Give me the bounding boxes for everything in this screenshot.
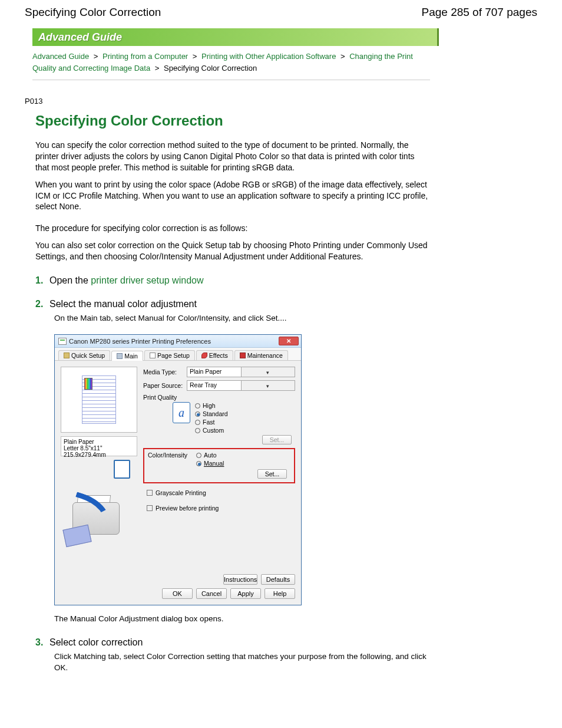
- chevron-down-icon: ▾: [241, 381, 295, 390]
- color-intensity-group: Color/Intensity Auto Manual Set...: [143, 448, 295, 483]
- page-code: P013: [25, 97, 562, 106]
- printing-preferences-dialog: Canon MP280 series Printer Printing Pref…: [54, 334, 302, 605]
- tab-quick-setup[interactable]: Quick Setup: [58, 350, 110, 360]
- page-preview: [61, 367, 137, 433]
- step-1-text: Open the: [49, 275, 91, 285]
- printer-icon: [58, 338, 67, 345]
- color-intensity-label: Color/Intensity: [148, 452, 191, 467]
- step-3-number: 3.: [35, 637, 49, 648]
- defaults-button[interactable]: Defaults: [261, 574, 295, 585]
- close-button[interactable]: ✕: [279, 337, 299, 345]
- quality-high-radio[interactable]: High: [195, 402, 228, 409]
- media-type-value: Plain Paper: [187, 367, 241, 377]
- advanced-guide-banner: Advanced Guide: [32, 28, 439, 46]
- quality-standard-radio[interactable]: Standard: [195, 410, 228, 417]
- page-icon: [150, 353, 156, 358]
- ci-manual-radio[interactable]: Manual: [196, 460, 224, 467]
- page-title: Specifying Color Correction: [35, 113, 430, 129]
- quality-set-button[interactable]: Set...: [262, 435, 292, 444]
- orientation-icon: [114, 460, 130, 479]
- paper-info-box: Plain Paper Letter 8.5"x11" 215.9x279.4m…: [61, 436, 137, 456]
- paper-type: Plain Paper: [64, 439, 134, 445]
- crumb-advanced-guide[interactable]: Advanced Guide: [32, 52, 89, 61]
- crumb-printing-computer[interactable]: Printing from a Computer: [103, 52, 188, 61]
- media-type-combo[interactable]: Plain Paper ▾: [187, 367, 295, 377]
- paper-source-label: Paper Source:: [143, 382, 187, 389]
- crumb-other-app[interactable]: Printing with Other Application Software: [201, 52, 336, 61]
- instructions-button[interactable]: Instructions: [223, 574, 257, 585]
- paper-source-combo[interactable]: Rear Tray ▾: [187, 380, 295, 391]
- step-2-title: Select the manual color adjustment: [49, 299, 197, 309]
- paper-size: Letter 8.5"x11" 215.9x279.4mm: [64, 445, 134, 458]
- intro-para-2: When you want to print by using the colo…: [35, 179, 430, 213]
- intro-para-1: You can specify the color correction met…: [35, 140, 430, 173]
- printer-driver-link[interactable]: printer driver setup window: [91, 275, 203, 285]
- media-type-label: Media Type:: [143, 368, 187, 375]
- cancel-button[interactable]: Cancel: [196, 588, 227, 599]
- doc-icon: [64, 353, 70, 358]
- apply-button[interactable]: Apply: [230, 588, 261, 599]
- page-counter: Page 285 of 707 pages: [421, 6, 537, 19]
- doc-section-title: Specifying Color Correction: [25, 6, 161, 19]
- step-2-body: On the Main tab, select Manual for Color…: [54, 313, 430, 324]
- dialog-titlebar: Canon MP280 series Printer Printing Pref…: [55, 335, 301, 348]
- wrench-icon: [240, 353, 246, 358]
- ci-set-button[interactable]: Set...: [257, 469, 287, 479]
- breadcrumb: Advanced Guide > Printing from a Compute…: [32, 51, 430, 80]
- paper-source-value: Rear Tray: [187, 381, 241, 390]
- quality-fast-radio[interactable]: Fast: [195, 419, 228, 426]
- quality-icon: a: [173, 402, 190, 423]
- tab-maintenance[interactable]: Maintenance: [234, 350, 288, 360]
- printer-icon: [117, 353, 123, 359]
- intro-para-3: The procedure for specifying color corre…: [35, 223, 430, 234]
- ci-auto-radio[interactable]: Auto: [196, 452, 224, 459]
- quality-custom-radio[interactable]: Custom: [195, 427, 228, 434]
- crumb-sep: >: [193, 52, 197, 61]
- tab-main[interactable]: Main: [111, 351, 143, 361]
- dialog-title: Canon MP280 series Printer Printing Pref…: [69, 338, 279, 345]
- intro-para-4: You can also set color correction on the…: [35, 240, 430, 262]
- print-quality-label: Print Quality: [143, 394, 295, 401]
- tab-effects[interactable]: Effects: [196, 350, 233, 360]
- brush-icon: [201, 353, 207, 358]
- crumb-sep: >: [340, 52, 345, 61]
- step-3-body: Click Matching tab, select Color Correct…: [54, 651, 430, 673]
- step-2-closing: The Manual Color Adjustment dialog box o…: [54, 614, 430, 624]
- step-2-number: 2.: [35, 299, 49, 309]
- crumb-sep: >: [155, 64, 160, 73]
- chevron-down-icon: ▾: [241, 367, 295, 377]
- ok-button[interactable]: OK: [162, 588, 193, 599]
- crumb-sep: >: [94, 52, 98, 61]
- help-button[interactable]: Help: [265, 588, 295, 599]
- crumb-current: Specifying Color Correction: [164, 64, 257, 73]
- tab-page-setup[interactable]: Page Setup: [144, 350, 195, 360]
- grayscale-checkbox[interactable]: Grayscale Printing: [143, 489, 295, 496]
- step-3-title: Select color correction: [49, 637, 143, 648]
- dialog-tabs: Quick Setup Main Page Setup Effects Main…: [55, 348, 301, 361]
- preview-checkbox[interactable]: Preview before printing: [143, 505, 295, 512]
- step-1-number: 1.: [35, 275, 49, 286]
- printer-illustration: [61, 485, 131, 543]
